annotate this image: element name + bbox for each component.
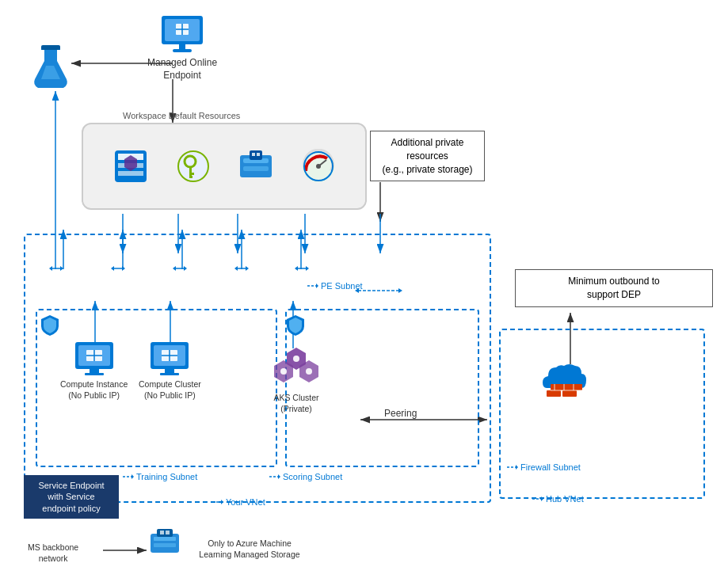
svg-rect-84: [157, 529, 173, 537]
peering-label: Peering: [384, 408, 417, 419]
svg-rect-45: [243, 166, 269, 171]
svg-rect-40: [189, 173, 194, 175]
managed-storage-icon: [149, 529, 181, 557]
svg-rect-47: [252, 153, 255, 156]
connector-icon-2: [111, 261, 125, 276]
svg-rect-41: [189, 176, 192, 178]
svg-marker-102: [111, 266, 114, 271]
svg-rect-64: [85, 373, 104, 375]
pe-subnet-connector: [355, 283, 402, 298]
compute-instance-label: Compute Instance (No Public IP): [60, 379, 128, 401]
training-subnet-label: Training Subnet: [123, 472, 197, 481]
svg-rect-27: [179, 44, 185, 49]
svg-marker-100: [60, 266, 63, 271]
scoring-subnet-label: Scoring Subnet: [269, 472, 342, 481]
connector-icon-5: [295, 261, 309, 276]
aks-cluster-label: AKS Cluster (Private): [273, 393, 318, 414]
svg-rect-24: [41, 45, 60, 50]
svg-rect-92: [547, 390, 561, 397]
compute-cluster-label: Compute Cluster (No Public IP): [139, 379, 201, 401]
firewall-subnet-label: Firewall Subnet: [507, 462, 581, 472]
connector-icon-1: [49, 261, 63, 276]
svg-marker-106: [184, 266, 187, 271]
svg-marker-58: [278, 474, 280, 479]
azure-ml-icon: [30, 44, 71, 89]
additional-private-label: Additional private resources (e.g., priv…: [382, 137, 472, 175]
svg-rect-83: [154, 543, 176, 547]
workspace-box: [82, 123, 367, 210]
svg-rect-91: [551, 384, 582, 390]
svg-marker-108: [234, 266, 238, 271]
service-endpoint-label: Service Endpoint with Service endpoint p…: [38, 481, 104, 513]
connector-icon-4: [234, 261, 249, 276]
compute-instance-icon: Compute Instance (No Public IP): [60, 340, 128, 401]
svg-marker-111: [295, 266, 298, 271]
hub-vnet-box: [499, 329, 705, 499]
svg-rect-86: [166, 531, 170, 534]
svg-rect-35: [118, 171, 143, 176]
svg-point-51: [316, 164, 321, 169]
svg-marker-103: [122, 266, 125, 271]
svg-marker-90: [516, 465, 518, 470]
svg-marker-54: [316, 283, 318, 288]
key-vault-icon: [176, 149, 211, 184]
diagram-container: Managed Online Endpoint Workspace Defaul…: [0, 0, 728, 582]
aks-cluster-icon: AKS Cluster (Private): [269, 344, 323, 414]
svg-marker-105: [173, 266, 176, 271]
minimum-outbound-label: Minimum outbound to support DEP: [568, 276, 659, 300]
container-registry-icon: [238, 149, 273, 184]
workspace-default-label: Workspace Default Resources: [123, 111, 240, 120]
svg-rect-82: [154, 537, 176, 541]
endpoint-label: Managed Online Endpoint: [147, 57, 217, 82]
managed-online-endpoint: Managed Online Endpoint: [147, 14, 217, 82]
additional-private-resources-box: Additional private resources (e.g., priv…: [370, 131, 485, 181]
svg-rect-48: [257, 153, 260, 156]
svg-marker-56: [131, 474, 134, 479]
svg-rect-93: [562, 390, 577, 397]
svg-marker-88: [541, 496, 543, 501]
svg-rect-85: [160, 531, 164, 534]
minimum-outbound-box: Minimum outbound to support DEP: [515, 269, 713, 307]
hub-vnet-label: Hub VNet: [532, 494, 584, 504]
storage-table-icon: [113, 149, 148, 184]
application-insights-icon: [301, 149, 336, 184]
service-endpoint-box: Service Endpoint with Service endpoint p…: [24, 475, 119, 519]
shield-scoring-icon: [285, 314, 306, 340]
svg-rect-70: [165, 369, 174, 373]
svg-point-79: [280, 368, 287, 375]
svg-rect-71: [160, 373, 179, 375]
svg-marker-112: [306, 266, 309, 271]
svg-rect-63: [90, 369, 99, 373]
compute-cluster-icon: Compute Cluster (No Public IP): [139, 340, 201, 401]
connector-icon-3: [173, 261, 187, 276]
svg-marker-60: [221, 500, 223, 504]
managed-storage-label: Only to Azure Machine Learning Managed S…: [182, 538, 317, 560]
svg-marker-99: [49, 266, 52, 271]
svg-marker-114: [355, 288, 359, 293]
ms-backbone-label: MS backbone network: [28, 542, 78, 564]
svg-rect-28: [173, 49, 192, 52]
svg-rect-39: [189, 166, 192, 177]
firewall-icon: [539, 356, 594, 404]
svg-marker-109: [246, 266, 249, 271]
shield-training-icon: [40, 314, 60, 340]
your-vnet-label: Your VNet: [212, 497, 265, 507]
svg-point-78: [293, 356, 299, 362]
svg-point-80: [306, 368, 312, 375]
svg-marker-115: [398, 288, 402, 293]
svg-rect-46: [250, 150, 262, 160]
